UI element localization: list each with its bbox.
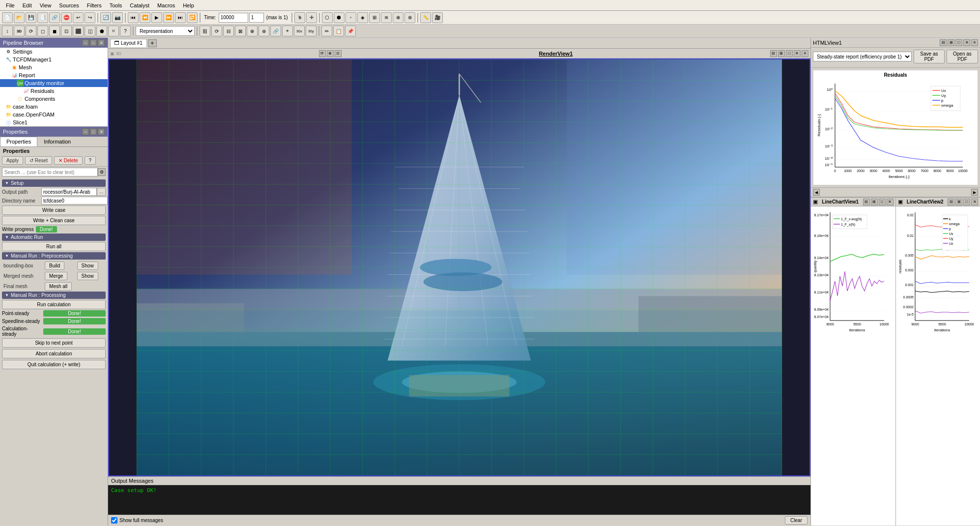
open-as-pdf-btn[interactable]: Open as PDF — [947, 50, 978, 63]
script-btn[interactable]: ⛓ — [200, 26, 210, 36]
tree-item-tcfd[interactable]: 🔧 TCFDManager1 — [0, 56, 108, 63]
menu-filters[interactable]: Filters — [83, 1, 106, 9]
loop-btn[interactable]: 🔁 — [187, 12, 198, 23]
help-button[interactable]: ? — [85, 156, 96, 165]
run-calculation-btn[interactable]: Run calculation — [2, 300, 106, 309]
render-maximize[interactable]: □ — [786, 50, 793, 57]
menu-sources[interactable]: Sources — [55, 1, 83, 9]
merged-show-btn[interactable]: Show — [77, 272, 98, 280]
tree-item-slice1[interactable]: ◫ Slice1 — [0, 118, 108, 126]
new-btn[interactable]: 📄 — [2, 12, 13, 23]
props-close-btn[interactable]: ✕ — [98, 128, 105, 135]
pick-center-btn[interactable]: ⊕ — [247, 26, 258, 36]
run-all-btn[interactable]: Run all — [2, 242, 106, 251]
lc2-split-v[interactable]: ⊞ — [955, 199, 962, 205]
skip-to-next-btn[interactable]: Skip to next point — [2, 338, 106, 348]
merge-btn[interactable]: Merge — [45, 272, 67, 280]
select-poly-btn[interactable]: ⬟ — [96, 26, 107, 36]
nav-next-btn[interactable]: ▶ — [971, 189, 978, 196]
tool2[interactable]: ⬢ — [334, 12, 345, 23]
save-as-btn[interactable]: 📑 — [37, 12, 48, 23]
menu-edit[interactable]: Edit — [19, 1, 36, 9]
tool8[interactable]: ⊛ — [404, 12, 415, 23]
tool6[interactable]: ≋ — [381, 12, 392, 23]
save-btn[interactable]: 💾 — [26, 12, 36, 23]
props-minimize-btn[interactable]: ─ — [82, 128, 89, 135]
props-maximize-btn[interactable]: □ — [90, 128, 97, 135]
save-as-pdf-btn[interactable]: Save as PDF — [914, 50, 945, 63]
html-more[interactable]: ≡ — [971, 39, 978, 46]
select-blk-btn[interactable]: ⬛ — [73, 26, 84, 36]
select-pts-btn[interactable]: ✛ — [306, 12, 317, 23]
render-more[interactable]: ≡ — [802, 50, 808, 57]
select-hover-btn[interactable]: ? — [120, 26, 131, 36]
next-btn[interactable]: ⏩ — [163, 12, 174, 23]
menu-tools[interactable]: Tools — [106, 1, 126, 9]
rotate-y-btn[interactable]: 90y — [306, 26, 317, 36]
mesh-all-btn[interactable]: Mesh all — [45, 282, 72, 291]
tool5[interactable]: ⊞ — [369, 12, 380, 23]
clear-output-btn[interactable]: Clear — [785, 516, 807, 525]
menu-macros[interactable]: Macros — [153, 1, 179, 9]
lc1-close[interactable]: ✕ — [887, 199, 894, 205]
measure-btn[interactable]: 📏 — [420, 12, 431, 23]
render-reset-cam[interactable]: ⟳ — [319, 50, 326, 57]
reset-btn2[interactable]: ⟳ — [211, 26, 222, 36]
open-btn[interactable]: 📂 — [14, 12, 25, 23]
output-path-browse-btn[interactable]: … — [97, 188, 106, 196]
prev-btn[interactable]: ⏪ — [140, 12, 150, 23]
select-surf-btn[interactable]: ◼ — [49, 26, 60, 36]
write-clean-btn[interactable]: Write + Clean case — [2, 216, 106, 225]
cam-orient-btn[interactable]: ◻ — [37, 26, 48, 36]
pipeline-maximize-btn[interactable]: □ — [90, 39, 97, 46]
html-split-h[interactable]: ⊟ — [940, 39, 947, 46]
layout-tab-add-btn[interactable]: + — [148, 39, 157, 47]
apply-button[interactable]: Apply — [2, 156, 23, 165]
menu-help[interactable]: Help — [179, 1, 198, 9]
connect-btn[interactable]: 🔗 — [49, 12, 60, 23]
show-full-messages-checkbox[interactable] — [111, 517, 117, 524]
report-select[interactable]: Steady-state report (efficiency probe 1) — [813, 52, 912, 61]
render-pick[interactable]: ⊙ — [335, 50, 342, 57]
paste-btn[interactable]: 📌 — [345, 26, 356, 36]
disconnect-btn[interactable]: ⛔ — [61, 12, 72, 23]
copy-btn[interactable]: 📋 — [333, 26, 344, 36]
show-center-btn[interactable]: ⊛ — [259, 26, 269, 36]
tree-item-residuals[interactable]: 📈 Residuals — [0, 87, 108, 95]
bbox-build-btn[interactable]: Build — [45, 262, 64, 270]
pipeline-minimize-btn[interactable]: ─ — [82, 39, 89, 46]
rotate-x-btn[interactable]: 90x — [294, 26, 305, 36]
tree-item-quantity-monitor[interactable]: QM Quantity monitor — [0, 79, 108, 87]
zoom-rubber-btn[interactable]: ⊠ — [235, 26, 246, 36]
delete-button[interactable]: ✕ Delete — [54, 156, 83, 165]
select-pts2-btn[interactable]: ⊡ — [61, 26, 72, 36]
html-split-v[interactable]: ⊞ — [948, 39, 954, 46]
render-canvas[interactable] — [108, 58, 810, 476]
interact-btn[interactable]: ↕ — [2, 26, 13, 36]
zoom-box-btn[interactable]: ⊟ — [223, 26, 234, 36]
lc1-split-h[interactable]: ⊟ — [863, 199, 870, 205]
tool1[interactable]: ⬡ — [322, 12, 333, 23]
render-view-title[interactable]: RenderView1 — [539, 51, 573, 57]
render-close[interactable]: ✕ — [794, 50, 801, 57]
nav-prev-btn[interactable]: ◀ — [813, 189, 820, 196]
play-btn[interactable]: ▶ — [151, 12, 162, 23]
cam-btn[interactable]: 📷 — [112, 12, 123, 23]
directory-name-input[interactable] — [41, 197, 108, 205]
cam-link-btn[interactable]: 🔗 — [270, 26, 281, 36]
start-btn[interactable]: ⏮ — [128, 12, 139, 23]
write-case-btn[interactable]: Write case — [2, 205, 106, 215]
tab-information[interactable]: Information — [37, 137, 77, 146]
tree-item-case-foam[interactable]: 📁 case.foam — [0, 103, 108, 111]
tree-item-components[interactable]: ⬡ Components — [0, 95, 108, 103]
menu-file[interactable]: File — [2, 1, 19, 9]
bbox-show-btn[interactable]: Show — [77, 262, 98, 270]
search-gear-icon[interactable]: ⚙ — [98, 168, 106, 176]
undo-btn[interactable]: ↩ — [73, 12, 84, 23]
reset-cam-btn[interactable]: ⟳ — [26, 26, 36, 36]
tree-item-case-openfoam[interactable]: 📁 case.OpenFOAM — [0, 111, 108, 118]
tree-item-mesh[interactable]: ▣ Mesh — [0, 63, 108, 71]
lc2-split-h[interactable]: ⊟ — [948, 199, 954, 205]
output-path-input[interactable] — [41, 188, 97, 196]
menu-catalyst[interactable]: Catalyst — [126, 1, 153, 9]
